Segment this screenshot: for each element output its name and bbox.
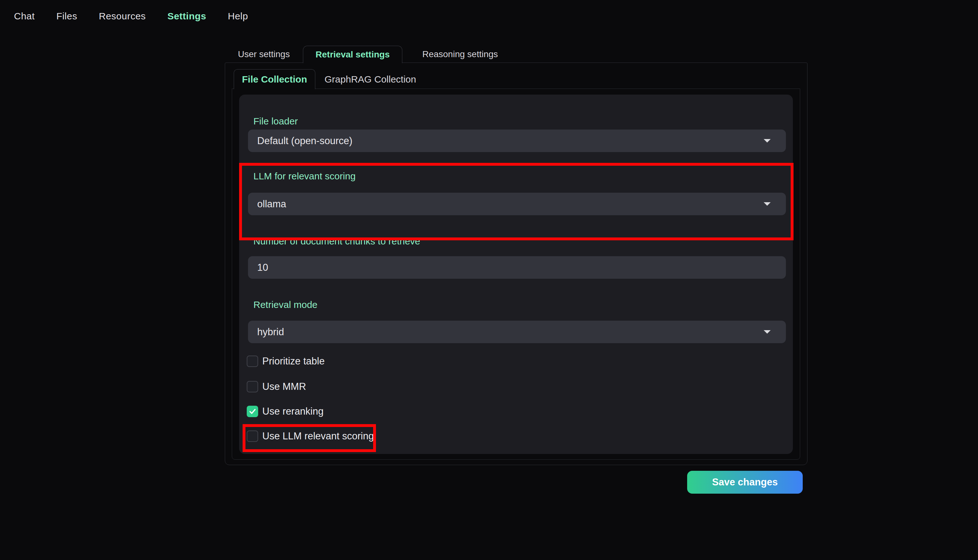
file-loader-label: File loader — [253, 115, 298, 127]
llm-scoring-select[interactable]: ollama — [248, 193, 786, 215]
tab-user-settings[interactable]: User settings — [225, 46, 303, 63]
tab-retrieval-settings[interactable]: Retrieval settings — [303, 46, 402, 63]
retrieval-mode-label: Retrieval mode — [253, 299, 318, 311]
checkbox-label: Use LLM relevant scoring — [262, 430, 374, 442]
nav-item-help[interactable]: Help — [228, 11, 248, 22]
chevron-down-icon — [764, 330, 771, 333]
nav-item-chat[interactable]: Chat — [14, 11, 35, 22]
use-llm-relevant-scoring-checkbox[interactable]: Use LLM relevant scoring — [247, 430, 374, 442]
check-icon — [248, 407, 257, 415]
top-nav: Chat Files Resources Settings Help — [14, 11, 248, 22]
collection-tabs: File Collection GraphRAG Collection — [234, 69, 425, 89]
llm-scoring-value: ollama — [257, 198, 286, 210]
settings-tabs: User settings Retrieval settings Reasoni… — [225, 46, 518, 63]
app-root: Chat Files Resources Settings Help User … — [0, 0, 978, 560]
checkbox-label: Prioritize table — [262, 355, 325, 367]
retrieval-mode-select[interactable]: hybrid — [248, 321, 786, 343]
checkbox-unchecked[interactable] — [247, 381, 258, 392]
nav-item-settings[interactable]: Settings — [167, 11, 206, 22]
llm-scoring-label: LLM for relevant scoring — [253, 170, 356, 182]
num-chunks-value: 10 — [257, 262, 268, 273]
checkbox-checked[interactable] — [247, 406, 258, 417]
nav-item-resources[interactable]: Resources — [99, 11, 146, 22]
checkbox-label: Use MMR — [262, 381, 306, 392]
use-reranking-checkbox[interactable]: Use reranking — [247, 406, 323, 417]
tab-file-collection[interactable]: File Collection — [234, 69, 315, 89]
checkbox-unchecked[interactable] — [247, 430, 258, 442]
tab-reasoning-settings[interactable]: Reasoning settings — [402, 46, 518, 63]
checkbox-label: Use reranking — [262, 406, 323, 417]
nav-item-files[interactable]: Files — [56, 11, 77, 22]
prioritize-table-checkbox[interactable]: Prioritize table — [247, 355, 325, 367]
file-loader-select[interactable]: Default (open-source) — [248, 130, 786, 152]
num-chunks-input[interactable]: 10 — [248, 256, 786, 279]
checkbox-unchecked[interactable] — [247, 355, 258, 367]
tab-graphrag-collection[interactable]: GraphRAG Collection — [315, 69, 425, 89]
retrieval-mode-value: hybrid — [257, 327, 284, 338]
chevron-down-icon — [764, 202, 771, 206]
file-loader-value: Default (open-source) — [257, 135, 352, 147]
num-chunks-label: Number of document chunks to retrieve — [253, 235, 420, 247]
chevron-down-icon — [764, 139, 771, 143]
use-mmr-checkbox[interactable]: Use MMR — [247, 381, 306, 392]
save-changes-button[interactable]: Save changes — [687, 471, 803, 493]
